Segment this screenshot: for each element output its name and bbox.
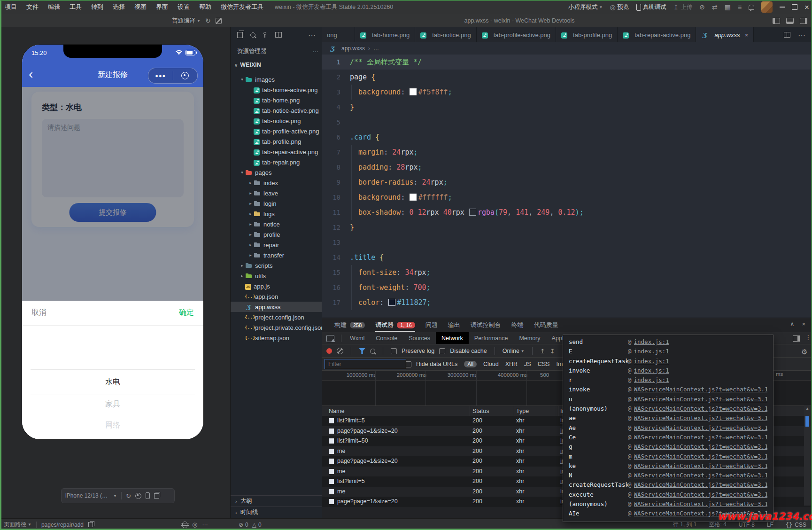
panel-tab-代码质量[interactable]: 代码质量 (534, 318, 558, 332)
menu-item-编辑[interactable]: 编辑 (43, 0, 65, 14)
stack-frame[interactable]: N@WAServiceMainContext.js?t=wechat&v=3.1… (563, 471, 773, 480)
panel-tab-构建[interactable]: 构建258 (334, 318, 365, 332)
panel-tab-输出[interactable]: 输出 (448, 318, 460, 332)
column-header-Type[interactable]: Type (516, 406, 529, 416)
window-close-button[interactable]: × (804, 3, 809, 11)
refresh-icon[interactable]: ↻ (205, 17, 211, 24)
menu-item-转到[interactable]: 转到 (86, 0, 108, 14)
toggle-bottom-panel-icon[interactable] (786, 18, 794, 24)
preserve-log-checkbox[interactable] (391, 348, 397, 354)
code-line-15[interactable]: 15 font-size: 34rpx; (322, 265, 812, 280)
stack-source-link[interactable]: WAServiceMainContext.js?t=wechat&v=3.15.… (634, 385, 767, 394)
files-icon[interactable] (237, 32, 243, 38)
type-filter-XHR[interactable]: XHR (505, 361, 518, 367)
editor-tab-tab-profile.png[interactable]: tab-profile.png (556, 27, 618, 42)
upload-button[interactable]: ↥ 上传 (673, 3, 693, 11)
throttling-dropdown[interactable]: Online▼ (503, 348, 525, 354)
code-line-4[interactable]: 4} (322, 100, 812, 115)
eol[interactable]: LF (767, 522, 773, 528)
stack-frame[interactable]: Ae@WAServiceMainContext.js?t=wechat&v=3.… (563, 423, 773, 433)
tree-item-app.wxss[interactable]: app.wxss (231, 302, 322, 312)
stack-source-link[interactable]: WAServiceMainContext.js?t=wechat&v=3.15.… (634, 480, 767, 490)
stack-source-link[interactable]: WAServiceMainContext.js?t=wechat&v=3.15.… (634, 490, 767, 499)
tree-item-profile[interactable]: ▸profile (231, 229, 322, 240)
picker-option[interactable]: 网络 (22, 421, 203, 430)
avatar[interactable] (761, 1, 773, 13)
type-filter-All[interactable]: All (464, 361, 477, 367)
stack-source-link[interactable]: WAServiceMainContext.js?t=wechat&v=3.15.… (634, 461, 767, 471)
stack-frame[interactable]: invoke@index.js:1 (563, 366, 773, 375)
tree-item-app.json[interactable]: app.json (231, 291, 322, 302)
export-har-icon[interactable]: ↧ (550, 348, 555, 355)
more-dots-icon[interactable]: ●●● (148, 73, 173, 78)
clear-cache-icon[interactable] (216, 18, 222, 24)
inspect-element-icon[interactable] (326, 335, 334, 342)
section-大纲[interactable]: ›大纲 (231, 495, 322, 507)
stack-frame[interactable]: (anonymous)@WAServiceMainContext.js?t=we… (563, 499, 773, 509)
menu-item-工具[interactable]: 工具 (65, 0, 86, 14)
stack-frame[interactable]: invoke@WAServiceMainContext.js?t=wechat&… (563, 385, 773, 394)
tree-item-images[interactable]: ▾images (231, 74, 322, 85)
code-line-11[interactable]: 11 box-shadow: 0 12rpx 40rpx rgba(79, 14… (322, 205, 812, 220)
compile-mode-dropdown[interactable]: 普通编译▼ (172, 17, 201, 25)
project-root[interactable]: ∨ WEIXIN (234, 60, 322, 70)
tree-item-tab-repair-active.png[interactable]: tab-repair-active.png (231, 147, 322, 157)
filter-icon[interactable] (359, 348, 365, 354)
record-screen-icon[interactable] (135, 493, 141, 499)
more-icon[interactable]: ⋯ (313, 48, 319, 55)
stack-source-link[interactable]: index.js:1 (634, 366, 669, 375)
preview-button[interactable]: ◎ 预览 (610, 3, 629, 11)
tree-item-pages[interactable]: ▾pages (231, 167, 322, 178)
stack-source-link[interactable]: WAServiceMainContext.js?t=wechat&v=3.15.… (634, 452, 767, 461)
stack-source-link[interactable]: WAServiceMainContext.js?t=wechat&v=3.15.… (634, 499, 767, 509)
editor-tab-tab-profile-active.png[interactable]: tab-profile-active.png (477, 27, 556, 42)
code-line-2[interactable]: 2page { (322, 70, 812, 85)
code-line-5[interactable]: 5 (322, 115, 812, 130)
close-target-icon[interactable] (173, 72, 198, 79)
stack-source-link[interactable]: WAServiceMainContext.js?t=wechat&v=3.15.… (634, 433, 767, 442)
stack-source-link[interactable]: WAServiceMainContext.js?t=wechat&v=3.15.… (634, 404, 767, 413)
list-icon[interactable]: ≡ (738, 3, 742, 11)
stack-frame[interactable]: send@index.js:1 (563, 337, 773, 347)
devtools-tab-Sources[interactable]: Sources (403, 332, 436, 344)
stack-frame[interactable]: createRequestTask@index.js:1 (563, 357, 773, 366)
tree-item-notice[interactable]: ▸notice (231, 219, 322, 229)
more-icon[interactable]: ⋯ (798, 31, 805, 39)
problems-indicator[interactable]: ⊘0 △0 (239, 519, 262, 530)
search-icon[interactable] (370, 349, 375, 354)
stack-source-link[interactable]: index.js:1 (634, 347, 669, 356)
clear-icon[interactable] (337, 348, 343, 354)
menu-item-选择[interactable]: 选择 (108, 0, 130, 14)
menu-item-项目[interactable]: 项目 (0, 0, 22, 14)
stack-source-link[interactable]: index.js:1 (634, 375, 669, 385)
stack-frame[interactable]: Ce@WAServiceMainContext.js?t=wechat&v=3.… (563, 433, 773, 442)
picker-option-selected[interactable]: 水电 (22, 377, 203, 387)
code-line-17[interactable]: 17 color: #111827; (322, 295, 812, 310)
stack-source-link[interactable]: WAServiceMainContext.js?t=wechat&v=3.15.… (634, 413, 767, 423)
editor-tab-tab-home.png[interactable]: tab-home.png (355, 27, 415, 42)
disable-cache-checkbox[interactable] (439, 348, 445, 354)
toggle-right-panel-icon[interactable] (800, 18, 807, 24)
devtools-tab-Memory[interactable]: Memory (513, 332, 546, 344)
code-editor[interactable]: 1/** 全局样式变量 */2page {3 background: #f5f8… (322, 55, 812, 318)
search-icon[interactable] (250, 32, 255, 38)
tree-item-transfer[interactable]: ▸transfer (231, 250, 322, 260)
menu-item-视图[interactable]: 视图 (130, 0, 151, 14)
encoding[interactable]: UTF-8 (739, 522, 755, 528)
column-header-Status[interactable]: Status (472, 406, 489, 416)
remote-debug-button[interactable]: 真机调试 (636, 3, 666, 11)
notifications-bell-icon[interactable] (749, 5, 754, 10)
devtools-tab-Performance[interactable]: Performance (469, 332, 514, 344)
tree-item-repair[interactable]: ▸repair (231, 240, 322, 250)
panel-tab-问题[interactable]: 问题 (425, 318, 438, 332)
tree-item-leave[interactable]: ▸leave (231, 188, 322, 198)
menu-item-界面[interactable]: 界面 (151, 0, 173, 14)
code-line-6[interactable]: 6.card { (322, 130, 812, 145)
more-icon[interactable]: ⋯ (308, 31, 322, 39)
tree-item-logs[interactable]: ▸logs (231, 209, 322, 219)
rotate-icon[interactable]: ↻ (126, 493, 131, 499)
stack-frame[interactable]: g@WAServiceMainContext.js?t=wechat&v=3.1… (563, 442, 773, 452)
stack-source-link[interactable]: index.js:1 (634, 357, 669, 366)
type-filter-CSS[interactable]: CSS (538, 361, 550, 367)
stack-frame[interactable]: createRequestTask@WAServiceMainContext.j… (563, 480, 773, 490)
